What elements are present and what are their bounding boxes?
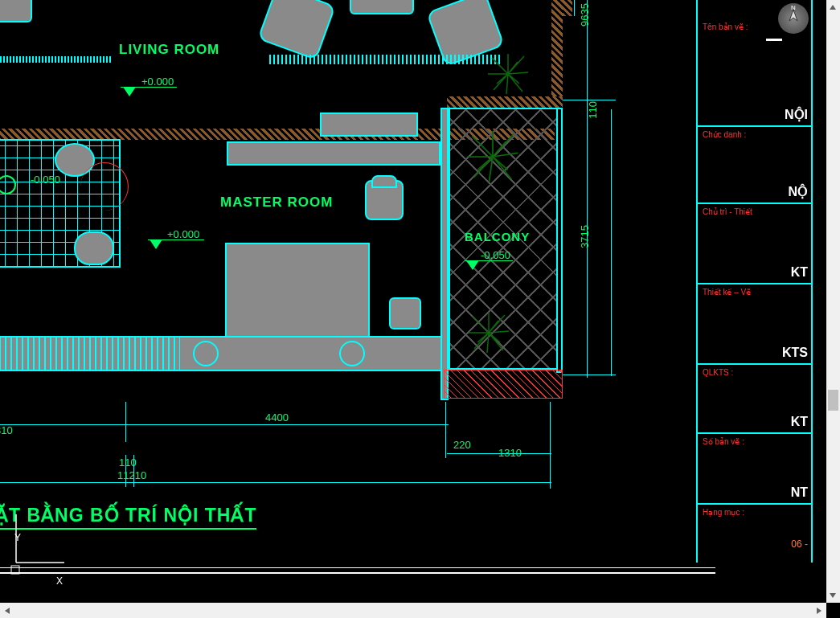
chair-back: [371, 175, 397, 188]
dim-220: 220: [453, 439, 471, 451]
tb-r1-val: NỘI: [785, 107, 808, 122]
dim-9635: 9635: [579, 3, 591, 27]
tb-r3-val: KT: [791, 265, 808, 280]
ucs-x-label: X: [56, 575, 63, 587]
tb-r5-val: KT: [791, 415, 808, 429]
tb-r7-val: 06 -: [791, 538, 808, 550]
dim-h2-tick: [550, 402, 551, 489]
drawing-canvas[interactable]: LIVING ROOM +0.000 -0.050 MASTER ROOM +0…: [0, 0, 826, 603]
living-elev-label: +0.000: [141, 76, 174, 88]
plant-2: [463, 129, 522, 185]
door-arc: [80, 162, 129, 211]
tb-r3-label: Chủ trì - Thiết: [703, 207, 806, 216]
tb-r2-label: Chức danh :: [703, 130, 806, 139]
bath-elev-label: -0.050: [31, 174, 60, 186]
dim-h3-line: [0, 482, 551, 483]
master-right-wall: [440, 108, 449, 400]
dim-3715: 3715: [579, 225, 591, 248]
wardrobe-slats: [0, 338, 180, 370]
balcony-label: BALCONY: [465, 230, 530, 244]
tb-r5-label: QLKTS :: [703, 368, 806, 377]
armchair-1: [257, 0, 336, 60]
plant-3: [463, 309, 514, 357]
balcony-right-wall: [556, 108, 563, 373]
tb-r4-val: KTS: [782, 346, 808, 360]
dim-v2-line: [587, 0, 588, 378]
tb-r7-label: Hạng mục :: [703, 508, 806, 517]
dim-11210: 11210: [117, 469, 146, 481]
dim-h1-tick2: [445, 402, 446, 458]
dim-1310: 1310: [498, 447, 522, 459]
wardrobe-circle-1: [193, 341, 219, 366]
scrollbar-thumb-v[interactable]: [828, 390, 838, 411]
balcony-bottom-hatch: [444, 370, 563, 399]
crosshair-h2: [0, 567, 715, 568]
wall-balcony-top: [447, 96, 563, 108]
crosshair-h: [0, 572, 715, 574]
living-elev-mark: [123, 87, 136, 96]
wall-right-living: [551, 0, 563, 108]
living-room-label: LIVING ROOM: [119, 42, 219, 58]
master-room-label: MASTER ROOM: [220, 194, 333, 211]
ucs-y-label: Y: [14, 532, 21, 543]
balcony-elev-mark: [466, 260, 479, 270]
balcony-elev-label: -0.050: [481, 249, 510, 261]
coffee-table: [350, 0, 414, 14]
dim-h1-tick1: [125, 402, 126, 442]
tb-r6-val: NT: [791, 485, 808, 500]
dim-v-tick-top: [563, 100, 616, 100]
dim-v3-line: [611, 109, 612, 376]
tb-r2-val: NỘ: [788, 184, 808, 199]
wardrobe-circle-2: [339, 341, 365, 366]
dim-v110: 110: [587, 101, 599, 119]
desk: [227, 141, 440, 166]
wall-top-outer: [563, 0, 572, 16]
dim-4400: 4400: [265, 411, 289, 424]
stool: [389, 297, 421, 329]
rug-2: [269, 55, 502, 64]
master-elev-mark: [150, 239, 162, 249]
dim-v-tick-bot: [563, 374, 616, 375]
toilet: [74, 231, 114, 265]
tb-r6-label: Số bản vẽ :: [703, 437, 806, 446]
tb-r1-label: Tên bản vẽ :: [703, 23, 806, 31]
couch-left: [0, 0, 32, 23]
tb-r4-label: Thiết kế – Vẽ: [703, 288, 806, 297]
master-elev-label: +0.000: [167, 228, 199, 240]
dim-v1-line: [574, 0, 575, 16]
plant-1: [482, 50, 534, 98]
rug-1: [0, 56, 113, 63]
dim-h1-line: [0, 424, 449, 425]
title-block: Tên bản vẽ : NỘI Chức danh : NỘ Chủ trì …: [696, 0, 813, 563]
cabinet: [320, 113, 418, 137]
dim-110: 110: [119, 456, 137, 469]
dim-310: 310: [0, 424, 13, 436]
horizontal-scrollbar[interactable]: [0, 603, 826, 618]
vertical-scrollbar[interactable]: [826, 0, 840, 603]
